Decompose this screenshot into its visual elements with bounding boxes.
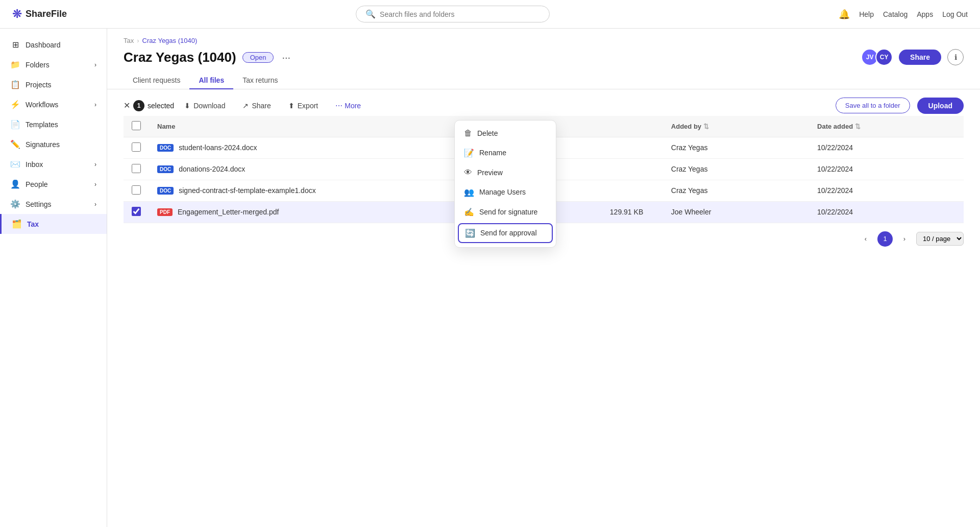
search-input[interactable] (380, 10, 540, 18)
tab-client-requests[interactable]: Client requests (124, 72, 189, 89)
file-size (602, 180, 663, 201)
layout: ⊞ Dashboard 📁 Folders › 📋 Projects ⚡ Wor… (0, 29, 980, 527)
prev-page-button[interactable]: ‹ (858, 231, 873, 247)
search-box[interactable]: 🔍 (356, 6, 550, 22)
download-button[interactable]: ⬇ Download (177, 99, 232, 113)
sidebar-item-tax[interactable]: 🗂️ Tax (0, 214, 107, 234)
sidebar-item-inbox[interactable]: ✉️ Inbox › (0, 154, 107, 174)
selection-label: selected (148, 102, 174, 110)
sort-icon: ⇅ (855, 123, 861, 130)
catalog-link[interactable]: Catalog (883, 10, 908, 18)
apps-link[interactable]: Apps (917, 10, 933, 18)
tab-tax-returns[interactable]: Tax returns (233, 72, 287, 89)
topnav-right: 🔔 Help Catalog Apps Log Out (839, 9, 968, 20)
date-added: 10/22/2024 (809, 137, 964, 158)
logo-text: ShareFile (26, 9, 67, 19)
page-1-button[interactable]: 1 (877, 231, 893, 247)
help-link[interactable]: Help (859, 10, 874, 18)
sidebar-item-label: Inbox (26, 160, 43, 169)
date-added-column-header: Date added ⇅ (809, 116, 964, 137)
sidebar-item-workflows[interactable]: ⚡ Workflows › (0, 94, 107, 114)
export-label: Export (298, 102, 318, 110)
top-toolbar: ✕ 1 selected ⬇ Download ↗ Share ⬆ (107, 89, 980, 114)
chevron-icon: › (94, 161, 96, 168)
sidebar-item-signatures[interactable]: ✏️ Signatures (0, 134, 107, 154)
row-4-checkbox[interactable] (132, 207, 141, 216)
chevron-icon: › (94, 61, 96, 68)
menu-item-manage-users[interactable]: 👥 Manage Users (455, 182, 556, 202)
sort-icon: ⇅ (703, 123, 709, 130)
notification-icon[interactable]: 🔔 (839, 9, 850, 20)
menu-item-label: Rename (479, 149, 506, 157)
more-options-button[interactable]: ··· (282, 52, 290, 63)
preview-icon: 👁 (464, 168, 472, 177)
breadcrumb-parent[interactable]: Tax (124, 37, 134, 44)
sidebar-item-folders[interactable]: 📁 Folders › (0, 55, 107, 75)
sidebar-item-templates[interactable]: 📄 Templates (0, 114, 107, 134)
home-icon: ⊞ (10, 40, 20, 50)
clear-selection-button[interactable]: ✕ (124, 101, 130, 110)
sidebar-item-dashboard[interactable]: ⊞ Dashboard (0, 35, 107, 55)
menu-item-send-signature[interactable]: ✍ Send for signature (455, 202, 556, 222)
menu-item-send-approval[interactable]: 🔄 Send for approval (458, 223, 553, 243)
folder-icon: 📁 (10, 60, 20, 69)
row-3-checkbox[interactable] (132, 185, 141, 195)
breadcrumb: Tax › Craz Yegas (1040) (107, 29, 980, 44)
selection-count: 1 selected (133, 100, 174, 111)
context-dropdown-menu: 🗑 Delete 📝 Rename 👁 Preview 👥 Manage Use… (454, 120, 556, 248)
added-by: Craz Yegas (663, 180, 809, 201)
projects-icon: 📋 (10, 80, 20, 89)
share-action-button[interactable]: ↗ Share (235, 99, 278, 113)
file-name-text: student-loans-2024.docx (179, 143, 257, 152)
save-to-folder-button[interactable]: Save all to a folder (836, 98, 910, 113)
download-icon: ⬇ (184, 102, 190, 110)
selection-number: 1 (133, 100, 144, 111)
row-1-checkbox[interactable] (132, 142, 141, 152)
menu-item-label: Send for signature (479, 208, 537, 216)
menu-item-rename[interactable]: 📝 Rename (455, 143, 556, 163)
next-page-button[interactable]: › (897, 231, 912, 247)
tax-icon: 🗂️ (12, 219, 22, 229)
added-by: Joe Wheeler (663, 201, 809, 223)
per-page-select[interactable]: 10 / page 25 / page 50 / page (916, 232, 964, 246)
sidebar-item-label: Dashboard (26, 41, 61, 49)
more-label: More (345, 102, 361, 110)
breadcrumb-current: Craz Yegas (1040) (142, 37, 198, 44)
file-size (602, 137, 663, 158)
upload-button[interactable]: Upload (917, 98, 964, 114)
sidebar-item-people[interactable]: 👤 People › (0, 174, 107, 194)
sidebar-item-label: Tax (27, 220, 39, 228)
menu-item-delete[interactable]: 🗑 Delete (455, 124, 556, 143)
sidebar: ⊞ Dashboard 📁 Folders › 📋 Projects ⚡ Wor… (0, 29, 107, 527)
logout-link[interactable]: Log Out (942, 10, 968, 18)
pdf-badge: PDF (157, 208, 173, 216)
people-icon: 👤 (10, 179, 20, 189)
info-button[interactable]: ℹ (947, 49, 964, 65)
content-area: ✕ 1 selected ⬇ Download ↗ Share ⬆ (107, 89, 980, 255)
status-badge[interactable]: Open (242, 52, 274, 63)
templates-icon: 📄 (10, 119, 20, 129)
menu-item-label: Preview (477, 169, 503, 177)
topnav: ❊ ShareFile 🔍 🔔 Help Catalog Apps Log Ou… (0, 0, 980, 29)
sidebar-item-label: Projects (26, 81, 52, 89)
signatures-icon: ✏️ (10, 139, 20, 149)
date-added: 10/22/2024 (809, 201, 964, 223)
select-all-checkbox[interactable] (132, 121, 141, 130)
share-action-icon: ↗ (242, 102, 249, 110)
sidebar-item-projects[interactable]: 📋 Projects (0, 75, 107, 94)
sidebar-item-settings[interactable]: ⚙️ Settings › (0, 194, 107, 214)
more-dots-icon: ⋯ (335, 102, 342, 110)
share-button[interactable]: Share (899, 50, 941, 65)
workflows-icon: ⚡ (10, 100, 20, 109)
tab-all-files[interactable]: All files (189, 72, 233, 89)
send-signature-icon: ✍ (464, 207, 474, 217)
send-approval-icon: 🔄 (465, 228, 475, 238)
export-button[interactable]: ⬆ Export (281, 99, 325, 113)
chevron-icon: › (94, 101, 96, 108)
added-by: Craz Yegas (663, 158, 809, 180)
chevron-icon: › (94, 201, 96, 208)
row-2-checkbox[interactable] (132, 164, 141, 173)
menu-item-preview[interactable]: 👁 Preview (455, 163, 556, 182)
tabs: Client requests All files Tax returns (107, 66, 980, 89)
more-button[interactable]: ⋯ More (328, 99, 368, 113)
